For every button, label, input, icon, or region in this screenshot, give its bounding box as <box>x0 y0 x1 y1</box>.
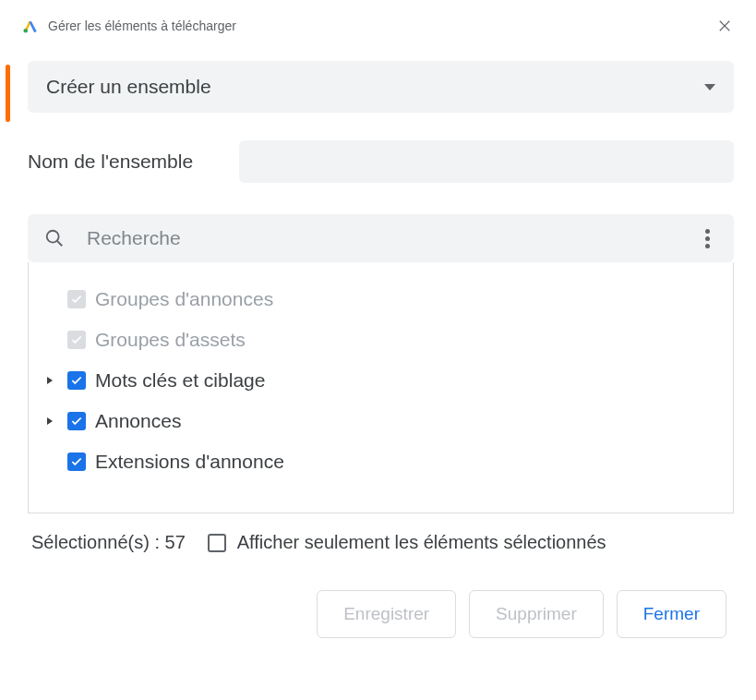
delete-button[interactable]: Supprimer <box>469 590 604 638</box>
show-only-selected-toggle[interactable]: Afficher seulement les éléments sélectio… <box>208 532 606 553</box>
tree-container: Groupes d'annonces Groupes d'assets Mots… <box>28 262 734 513</box>
checkbox[interactable] <box>67 371 86 390</box>
expand-arrow-icon[interactable] <box>42 372 58 389</box>
google-ads-logo-icon <box>22 18 39 34</box>
header-left: Gérer les éléments à télécharger <box>22 18 236 34</box>
dropdown-label: Créer un ensemble <box>46 76 211 98</box>
search-input[interactable] <box>87 227 675 249</box>
tree-item-label: Groupes d'annonces <box>95 288 273 310</box>
svg-point-1 <box>47 231 59 243</box>
checkbox-empty[interactable] <box>208 534 226 552</box>
footer-row: Sélectionné(s) : 57 Afficher seulement l… <box>31 532 734 553</box>
tree-item-label: Annonces <box>95 410 181 432</box>
dialog-title: Gérer les éléments à télécharger <box>48 18 236 33</box>
tree-item-label: Groupes d'assets <box>95 329 246 351</box>
search-icon <box>44 228 65 248</box>
more-vert-icon[interactable] <box>697 228 717 248</box>
checkbox <box>67 331 86 349</box>
search-bar <box>28 214 734 262</box>
expand-arrow-icon[interactable] <box>42 413 58 429</box>
svg-point-0 <box>24 29 29 33</box>
tree-item-ad-groups[interactable]: Groupes d'annonces <box>29 279 733 320</box>
show-only-selected-label: Afficher seulement les éléments sélectio… <box>237 532 606 553</box>
chevron-down-icon <box>704 84 715 91</box>
close-icon[interactable] <box>715 17 734 35</box>
set-name-input[interactable] <box>239 140 734 183</box>
tree-item-label: Extensions d'annonce <box>95 451 284 473</box>
tree-item-asset-groups[interactable]: Groupes d'assets <box>29 320 733 360</box>
checkbox <box>67 290 86 308</box>
tree-item-ad-extensions[interactable]: Extensions d'annonce <box>29 441 733 482</box>
selected-count: Sélectionné(s) : 57 <box>31 532 186 553</box>
tree-item-ads[interactable]: Annonces <box>29 401 733 441</box>
checkbox[interactable] <box>67 453 86 471</box>
svg-line-2 <box>57 241 63 247</box>
download-manager-dialog: Gérer les éléments à télécharger Créer u… <box>0 0 756 700</box>
name-field-row: Nom de l'ensemble <box>28 140 734 183</box>
dialog-header: Gérer les éléments à télécharger <box>22 17 734 35</box>
checkbox[interactable] <box>67 412 86 430</box>
tree-item-keywords-targeting[interactable]: Mots clés et ciblage <box>29 360 733 401</box>
save-button[interactable]: Enregistrer <box>317 590 456 638</box>
set-selector-dropdown[interactable]: Créer un ensemble <box>28 61 734 113</box>
close-button[interactable]: Fermer <box>617 590 726 638</box>
name-field-label: Nom de l'ensemble <box>28 151 193 173</box>
accent-indicator <box>6 65 10 122</box>
button-row: Enregistrer Supprimer Fermer <box>22 590 726 638</box>
tree-scroll[interactable]: Groupes d'annonces Groupes d'assets Mots… <box>29 262 733 513</box>
tree-item-label: Mots clés et ciblage <box>95 369 265 392</box>
